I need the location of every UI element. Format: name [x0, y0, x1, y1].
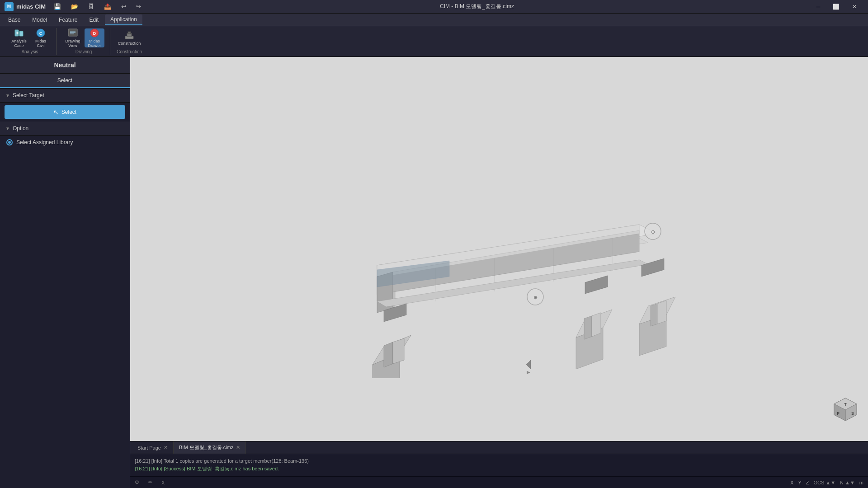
coord-group: X Y Z GCS ▲▼ N ▲▼ m: [790, 480, 863, 485]
main-area: Neutral Select ▼ Select Target ↖ Select …: [0, 57, 868, 488]
coord-n: N ▲▼: [840, 480, 855, 485]
window-title: CIM - BIM 모델링_홍길동.cimz: [440, 3, 514, 10]
svg-text:▶: ▶: [527, 370, 530, 375]
panel-title: Neutral: [0, 57, 130, 74]
open-icon[interactable]: 📂: [67, 2, 82, 11]
y-coord-label: Y: [798, 480, 801, 485]
select-assigned-library-label: Select Assigned Library: [16, 139, 73, 145]
drawing-view-button[interactable]: DrawingView: [63, 28, 83, 47]
construction-label: Construction: [118, 42, 141, 46]
midas-drawer-icon: D: [89, 28, 100, 38]
viewport[interactable]: ⊕ ⊕ ▶ T: [130, 57, 868, 441]
option-row-1: Select Assigned Library: [0, 136, 130, 149]
start-page-close[interactable]: ✕: [164, 445, 168, 450]
titlebar-file-controls: 💾 📂 🗄 📤 ↩ ↪: [50, 2, 145, 11]
toolbar-drawing-items: DrawingView D MidasDrawer: [63, 28, 104, 47]
close-button[interactable]: ✕: [845, 0, 863, 14]
menu-application[interactable]: Application: [105, 14, 142, 25]
tab-select[interactable]: Select: [0, 74, 130, 88]
option-label: Option: [13, 125, 28, 131]
panel-tabs: Select: [0, 74, 130, 89]
select-target-chevron: ▼: [5, 93, 10, 98]
viewport-container: ⊕ ⊕ ▶ T: [130, 57, 868, 488]
gcs-label: GCS: [813, 480, 824, 485]
bridge-model-svg: ⊕ ⊕ ▶: [296, 143, 703, 378]
drawing-view-icon: [67, 28, 78, 38]
log-line-1: [16:21] [Info] Total 1 copies are genera…: [130, 457, 868, 465]
construction-button[interactable]: Construction: [119, 28, 139, 47]
option-section: ▼ Option Select Assigned Library: [0, 122, 130, 149]
statusbar-settings[interactable]: ⚙: [135, 479, 139, 485]
statusbar: ⚙ ✏ X X Y Z GCS ▲▼: [130, 476, 868, 488]
start-page-label: Start Page: [137, 445, 161, 450]
svg-marker-47: [526, 360, 531, 369]
analysis-group-label: Analysis: [21, 49, 38, 54]
toolbar-group-drawing: DrawingView D MidasDrawer Drawing: [57, 28, 110, 55]
window-controls: ─ ⬜ ✕: [809, 0, 863, 14]
svg-text:⊕: ⊕: [651, 229, 655, 235]
toolbar: AnalysisCase C MidasCivil Analysis: [0, 26, 868, 57]
cursor-icon: ↖: [53, 108, 59, 116]
analysis-case-icon: [14, 28, 24, 38]
svg-marker-17: [651, 304, 657, 326]
n-label: N: [840, 480, 844, 485]
svg-rect-1: [19, 31, 23, 36]
option-header[interactable]: ▼ Option: [0, 122, 130, 136]
z-coord-label: Z: [806, 480, 809, 485]
svg-text:S: S: [851, 411, 854, 416]
saveas-icon[interactable]: 🗄: [85, 2, 98, 11]
toolbar-group-analysis: AnalysisCase C MidasCivil Analysis: [4, 28, 57, 55]
select-target-header[interactable]: ▼ Select Target: [0, 89, 130, 103]
bim-model-close[interactable]: ✕: [236, 445, 240, 450]
coord-y: Y: [798, 480, 801, 485]
restore-button[interactable]: ⬜: [827, 0, 845, 14]
select-btn-row: ↖ Select: [0, 103, 130, 122]
bim-model-label: BIM 모델링_홍길동.cimz: [179, 444, 233, 451]
coord-z: Z: [806, 480, 809, 485]
x-label: X: [161, 480, 165, 485]
save-icon[interactable]: 💾: [50, 2, 65, 11]
svg-marker-18: [657, 300, 666, 324]
svg-text:D: D: [93, 31, 96, 36]
svg-text:⊕: ⊕: [533, 295, 538, 300]
select-target-button[interactable]: ↖ Select: [5, 105, 125, 119]
x-coord-label: X: [790, 480, 793, 485]
statusbar-edit[interactable]: ✏: [148, 479, 152, 485]
toolbar-construction-items: Construction: [119, 28, 139, 47]
toolbar-analysis-items: AnalysisCase C MidasCivil: [9, 28, 51, 47]
coord-gcs[interactable]: GCS ▲▼: [813, 480, 835, 485]
titlebar-left: M midas CIM 💾 📂 🗄 📤 ↩ ↪: [5, 2, 145, 11]
unit-text: m: [859, 480, 863, 485]
tab-start-page[interactable]: Start Page ✕: [132, 441, 174, 454]
select-assigned-library-radio[interactable]: [6, 139, 13, 145]
svg-text:T: T: [844, 402, 847, 407]
toolbar-group-construction: Construction Construction: [111, 28, 147, 55]
statusbar-x: X: [161, 480, 165, 485]
menu-feature[interactable]: Feature: [53, 15, 83, 25]
menu-model[interactable]: Model: [27, 15, 52, 25]
midas-civil-icon: C: [35, 28, 46, 38]
construction-icon: [124, 30, 135, 41]
menu-base[interactable]: Base: [3, 15, 26, 25]
export-icon[interactable]: 📤: [100, 2, 115, 11]
undo-icon[interactable]: ↩: [118, 2, 130, 11]
redo-icon[interactable]: ↪: [132, 2, 145, 11]
gcs-arrow: ▲▼: [826, 480, 835, 485]
analysis-case-button[interactable]: AnalysisCase: [9, 28, 29, 47]
logo-icon: M: [5, 2, 14, 11]
svg-marker-41: [585, 276, 608, 294]
viewport-tabs: Start Page ✕ BIM 모델링_홍길동.cimz ✕: [130, 441, 868, 454]
midas-drawer-button[interactable]: D MidasDrawer: [85, 28, 104, 47]
log-line-2: [16:21] [Info] [Success] BIM 모델링_홍길동.cim…: [130, 465, 868, 473]
svg-marker-26: [393, 338, 404, 364]
midas-civil-button[interactable]: C MidasCivil: [31, 28, 51, 47]
app-name: midas CIM: [16, 3, 46, 10]
minimize-button[interactable]: ─: [809, 0, 827, 14]
tab-bim-model[interactable]: BIM 모델링_홍길동.cimz ✕: [174, 441, 246, 454]
left-panel: Neutral Select ▼ Select Target ↖ Select …: [0, 57, 130, 488]
menu-edit[interactable]: Edit: [84, 15, 104, 25]
svg-text:C: C: [39, 31, 42, 36]
unit-label[interactable]: m: [859, 480, 863, 485]
orientation-cube[interactable]: T S F: [832, 396, 859, 423]
svg-marker-22: [592, 313, 601, 337]
